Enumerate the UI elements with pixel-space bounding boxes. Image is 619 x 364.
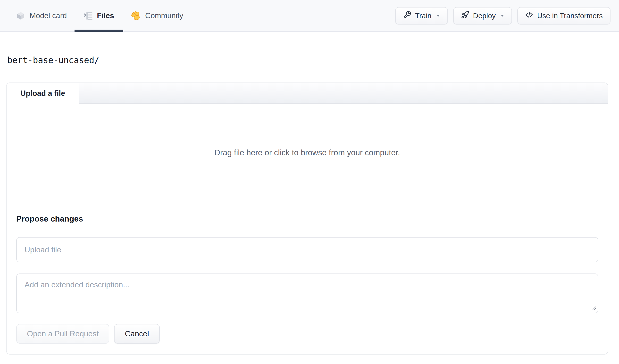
extended-description-textarea[interactable] [16, 273, 598, 313]
code-icon [525, 11, 533, 21]
description-field-wrap [16, 273, 598, 313]
repo-action-buttons: Train Deploy [395, 7, 610, 25]
tab-upload-a-file[interactable]: Upload a file [7, 83, 79, 104]
repo-tabs: Model card Files [16, 0, 183, 31]
rocket-icon [461, 11, 469, 21]
file-versions-icon [84, 11, 93, 20]
chevron-down-icon [501, 14, 504, 17]
tab-files[interactable]: Files [74, 0, 123, 31]
tab-strip-filler [79, 83, 608, 104]
use-in-transformers-label: Use in Transformers [537, 12, 603, 20]
dropzone-text: Drag file here or click to browse from y… [214, 148, 400, 157]
use-in-transformers-button[interactable]: Use in Transformers [517, 7, 610, 25]
tab-upload-a-file-label: Upload a file [20, 89, 65, 98]
waving-hand-icon [131, 11, 141, 21]
upload-panel: Upload a file Drag file here or click to… [6, 83, 608, 354]
cancel-button[interactable]: Cancel [114, 324, 160, 344]
train-label: Train [415, 12, 431, 20]
chevron-down-icon [436, 14, 440, 17]
file-dropzone[interactable]: Drag file here or click to browse from y… [7, 104, 608, 202]
deploy-button[interactable]: Deploy [453, 7, 512, 25]
form-actions: Open a Pull Request Cancel [16, 324, 598, 344]
tab-files-label: Files [97, 11, 114, 20]
propose-changes-section: Propose changes Open a Pull Request Canc… [7, 202, 608, 344]
wrench-icon [403, 11, 411, 21]
top-navigation: Model card Files [0, 0, 619, 32]
tab-model-card[interactable]: Model card [16, 0, 67, 31]
open-pull-request-button[interactable]: Open a Pull Request [16, 324, 109, 344]
propose-changes-heading: Propose changes [16, 214, 598, 224]
train-button[interactable]: Train [395, 7, 448, 25]
resize-handle-icon[interactable] [591, 305, 596, 311]
tab-community[interactable]: Community [131, 0, 183, 31]
deploy-label: Deploy [473, 12, 496, 20]
upload-panel-tabs: Upload a file [7, 83, 608, 104]
cube-icon [16, 11, 25, 20]
tab-model-card-label: Model card [30, 11, 67, 20]
tab-community-label: Community [145, 11, 183, 20]
repo-path: bert-base-uncased/ [7, 55, 99, 65]
upload-filename-input[interactable] [16, 237, 598, 262]
